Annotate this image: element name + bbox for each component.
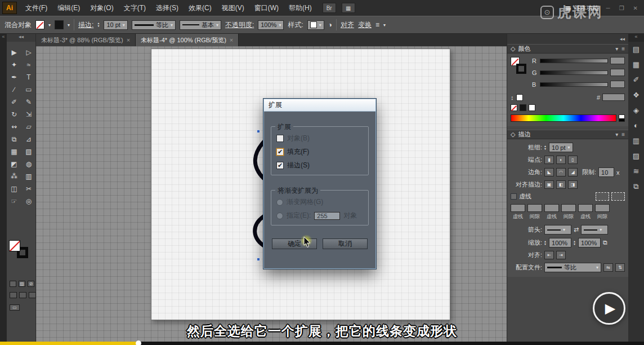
recolor-artwork-icon[interactable]: ◑ xyxy=(328,21,332,29)
white-swatch[interactable] xyxy=(516,94,523,101)
selection-anchor[interactable] xyxy=(257,258,260,261)
blue-slider[interactable] xyxy=(540,82,608,87)
stroke-width-select[interactable]: 10 pt ▾ xyxy=(104,20,127,30)
scale-end-field[interactable]: 100% xyxy=(578,238,601,247)
gradient-tool-icon[interactable]: ▧ xyxy=(21,145,36,158)
specify-radio[interactable] xyxy=(276,213,283,219)
menu-view[interactable]: 视图(V) xyxy=(217,0,249,16)
artboard-tool-icon[interactable]: ◫ xyxy=(7,183,21,195)
appearance-panel-icon[interactable]: ◐ xyxy=(628,118,644,133)
black-swatch[interactable] xyxy=(520,104,526,111)
symbol-sprayer-tool-icon[interactable]: ⁂ xyxy=(7,170,21,183)
panel-menu-icon[interactable]: ≡ xyxy=(621,46,625,52)
eyedropper-tool-icon[interactable]: ◩ xyxy=(7,158,21,170)
flip-along-button[interactable]: ⇋ xyxy=(603,263,613,272)
align-stroke-outside-button[interactable]: ◨ xyxy=(568,180,578,189)
menu-effect[interactable]: 效果(C) xyxy=(184,0,217,16)
cap-butt-button[interactable]: ▮ xyxy=(544,156,554,164)
dash1-field[interactable] xyxy=(511,204,525,212)
swap-arrows-icon[interactable]: ⇄ xyxy=(574,226,579,233)
green-slider[interactable] xyxy=(540,70,608,75)
stepper-down-icon[interactable]: ▾ xyxy=(544,148,546,151)
expand-stroke-option[interactable]: ✔ 描边(S) xyxy=(276,161,363,170)
color-mode-icon[interactable] xyxy=(10,281,16,287)
opacity-panel-link[interactable]: 不透明度: xyxy=(225,20,254,30)
join-bevel-button[interactable]: ◢ xyxy=(568,168,578,176)
menu-help[interactable]: 帮助(H) xyxy=(284,0,317,16)
scale-start-stepper[interactable]: ▴ ▾ xyxy=(544,240,546,246)
tab-untitled-4[interactable]: 未标题-4* @ 100% (RGB/预览) × xyxy=(136,34,239,46)
collapse-to-icons-icon[interactable]: ◂◂ xyxy=(620,36,625,42)
stroke-color-swatch[interactable] xyxy=(55,20,64,29)
red-value-field[interactable] xyxy=(610,57,625,64)
fill-color-swatch[interactable] xyxy=(35,20,44,29)
rotate-tool-icon[interactable]: ↻ xyxy=(7,108,21,121)
fill-dropdown-icon[interactable]: ▾ xyxy=(48,23,51,28)
draw-behind-icon[interactable] xyxy=(19,292,26,298)
tools-collapse-header[interactable]: ◂◂ xyxy=(7,34,35,42)
selection-tool-icon[interactable]: ▶ xyxy=(7,46,21,59)
transparency-panel-icon[interactable]: ▨ xyxy=(628,148,644,163)
arrow-start-select[interactable]: ▾ xyxy=(544,225,571,235)
gap3-field[interactable] xyxy=(595,204,610,212)
expand-fill-option[interactable]: ✔ 填充(F) xyxy=(276,147,363,157)
selection-anchor[interactable] xyxy=(257,130,260,133)
dash-preserve-button[interactable] xyxy=(596,192,609,201)
stroke-checkbox[interactable]: ✔ xyxy=(276,162,284,169)
width-profile-select[interactable]: 等比 ▾ xyxy=(132,20,176,30)
flip-across-button[interactable]: ⇅ xyxy=(615,263,625,272)
video-progress-bar[interactable] xyxy=(0,342,644,345)
color-spectrum-bar[interactable] xyxy=(511,114,616,122)
brushes-panel-icon[interactable]: ✐ xyxy=(628,72,644,87)
arrow-tip-align-button[interactable]: ⇥ xyxy=(556,251,566,259)
libraries-panel-icon[interactable]: ❖ xyxy=(628,87,644,103)
swatches-panel-icon[interactable]: ▤ xyxy=(628,42,644,57)
menu-object[interactable]: 对象(O) xyxy=(85,0,118,16)
draw-normal-icon[interactable] xyxy=(10,292,17,298)
cap-projecting-button[interactable]: ▯ xyxy=(568,156,578,164)
scale-tool-icon[interactable]: ⇲ xyxy=(21,108,36,121)
blend-tool-icon[interactable]: ◍ xyxy=(21,158,36,170)
weight-stepper[interactable]: ▴ ▾ xyxy=(544,145,546,151)
gradient-mesh-radio[interactable] xyxy=(276,199,283,206)
chevron-down-icon[interactable]: ▾ xyxy=(615,131,618,138)
column-graph-tool-icon[interactable]: ▥ xyxy=(21,170,36,183)
opacity-select[interactable]: 100% ▾ xyxy=(258,20,284,30)
stroke-proxy-swatch[interactable] xyxy=(516,64,526,74)
swap-colors-icon[interactable]: ↕ xyxy=(511,94,514,101)
expand-object-option[interactable]: 对象(B) xyxy=(276,134,363,143)
scale-start-field[interactable]: 100% xyxy=(549,238,571,247)
symbols-panel-icon[interactable]: ▦ xyxy=(628,57,644,72)
dash-align-button[interactable] xyxy=(611,192,625,201)
menu-window[interactable]: 窗口(W) xyxy=(249,0,284,16)
chevron-down-icon[interactable]: ▾ xyxy=(383,23,386,28)
cap-round-button[interactable]: ◗ xyxy=(556,156,566,164)
stroke-panel-header[interactable]: ◇ 描边 ▾ ≡ xyxy=(507,130,628,139)
chevron-down-icon[interactable]: ▾ xyxy=(615,46,618,52)
mesh-tool-icon[interactable]: ▦ xyxy=(7,145,21,158)
tab-untitled-3[interactable]: 未标题-3* @ 88% (RGB/预览) × xyxy=(36,34,136,46)
arrow-tip-extend-button[interactable]: ⇤ xyxy=(544,251,554,259)
link-scales-icon[interactable]: ⧉ xyxy=(603,239,607,246)
none-swatch[interactable] xyxy=(511,104,517,111)
collapse-icon[interactable]: « xyxy=(2,34,5,39)
color-guide-panel-icon[interactable]: ◈ xyxy=(628,103,644,118)
style-select[interactable]: ▾ xyxy=(307,20,324,30)
white-black-selector[interactable] xyxy=(619,114,625,122)
weight-select[interactable]: 10 pt ▾ xyxy=(549,143,573,152)
shape-builder-tool-icon[interactable]: ⧉ xyxy=(7,133,21,145)
fill-stroke-indicator[interactable] xyxy=(9,240,34,263)
specify-objects-option[interactable]: 指定(E): 255 对象 xyxy=(276,211,363,220)
red-slider[interactable] xyxy=(540,59,608,63)
stroke-panel-link[interactable]: 描边: xyxy=(78,20,93,30)
line-segment-tool-icon[interactable]: ∕ xyxy=(7,83,21,96)
screen-mode-icon[interactable]: ▭ xyxy=(10,304,20,311)
gradient-mesh-option[interactable]: 渐变网格(G) xyxy=(276,197,363,207)
magic-wand-tool-icon[interactable]: ✦ xyxy=(7,59,21,71)
align-panel-link[interactable]: 对齐 xyxy=(341,20,354,30)
specify-count-field[interactable]: 255 xyxy=(314,212,340,220)
menu-file[interactable]: 文件(F) xyxy=(20,0,52,16)
free-transform-tool-icon[interactable]: ▱ xyxy=(21,121,36,133)
fill-checkbox[interactable]: ✔ xyxy=(276,148,284,156)
fill-proxy-swatch[interactable] xyxy=(9,240,20,251)
